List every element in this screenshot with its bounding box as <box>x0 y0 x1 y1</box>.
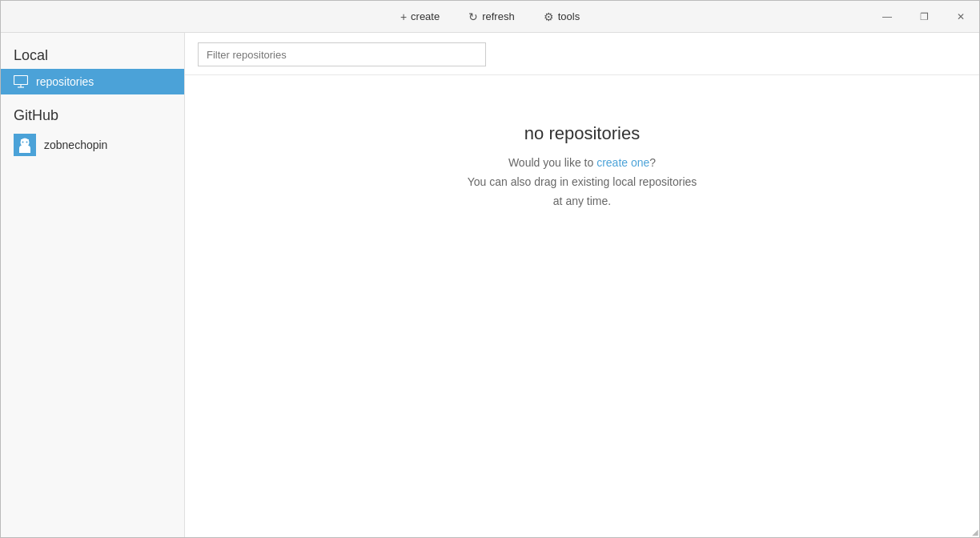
svg-point-7 <box>22 142 24 143</box>
github-username: zobnechopin <box>44 139 107 151</box>
tools-button[interactable]: ⚙ tools <box>537 1 586 33</box>
tools-label: tools <box>558 10 580 22</box>
title-bar-right: — ❐ ✕ <box>586 1 979 33</box>
main-layout: Local repositories GitHub <box>1 33 979 537</box>
svg-rect-0 <box>14 76 28 85</box>
refresh-icon: ↻ <box>468 10 478 23</box>
title-bar: + create ↻ refresh ⚙ tools — ❐ ✕ <box>1 1 979 33</box>
svg-rect-5 <box>21 139 23 142</box>
restore-icon: ❐ <box>920 11 929 22</box>
create-one-link[interactable]: create one <box>596 156 649 169</box>
svg-point-8 <box>26 142 28 143</box>
create-label: create <box>411 10 440 22</box>
create-icon: + <box>400 10 407 23</box>
create-button[interactable]: + create <box>394 1 446 33</box>
restore-button[interactable]: ❐ <box>906 1 942 33</box>
window-controls: — ❐ ✕ <box>869 1 979 33</box>
content-area: no repositories Would you like to create… <box>185 33 979 537</box>
github-user-item[interactable]: zobnechopin <box>1 129 184 161</box>
tools-icon: ⚙ <box>544 10 554 23</box>
filter-bar <box>185 33 979 75</box>
empty-line1-before: Would you like to <box>508 156 596 169</box>
repositories-icon <box>14 75 28 88</box>
close-icon: ✕ <box>957 11 965 22</box>
empty-line1-after: ? <box>649 156 656 169</box>
resize-handle[interactable]: ◢ <box>972 528 978 536</box>
filter-input[interactable] <box>198 42 486 66</box>
empty-title: no repositories <box>524 123 640 144</box>
empty-line3: at any time. <box>553 195 611 207</box>
repositories-label: repositories <box>36 75 94 88</box>
sidebar: Local repositories GitHub <box>1 33 185 537</box>
github-section-title: GitHub <box>1 94 184 129</box>
minimize-icon: — <box>882 11 892 22</box>
minimize-button[interactable]: — <box>869 1 906 33</box>
refresh-button[interactable]: ↻ refresh <box>462 1 520 33</box>
refresh-label: refresh <box>482 10 514 22</box>
title-bar-center: + create ↻ refresh ⚙ tools <box>394 1 586 33</box>
empty-state: no repositories Would you like to create… <box>185 75 979 537</box>
empty-description: Would you like to create one? You can al… <box>468 154 697 211</box>
close-button[interactable]: ✕ <box>942 1 979 33</box>
github-avatar <box>14 134 36 156</box>
local-section-title: Local <box>1 41 184 69</box>
svg-rect-6 <box>27 139 30 142</box>
empty-line2: You can also drag in existing local repo… <box>468 175 697 188</box>
sidebar-item-repositories[interactable]: repositories <box>1 69 184 94</box>
